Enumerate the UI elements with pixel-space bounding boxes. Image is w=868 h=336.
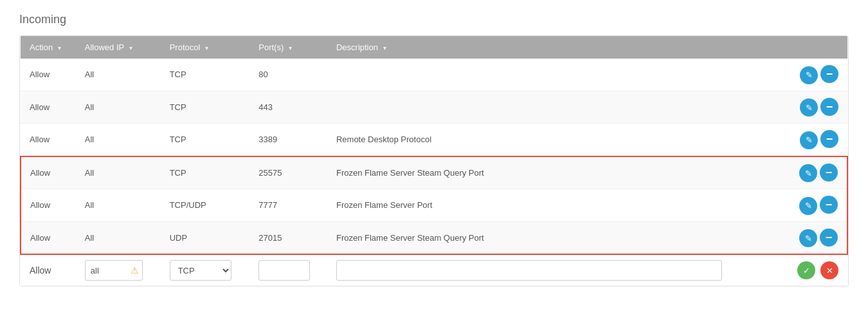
remove-rule-button[interactable]: − [820,163,838,182]
add-protocol-select[interactable]: TCP UDP TCP/UDP [170,260,231,281]
allowed-ip-cell: All [76,189,161,222]
protocol-cell: TCP/UDP [161,189,250,222]
allowed-ip-cell: All [76,156,161,189]
description-cell [327,59,779,91]
sort-protocol-icon: ▾ [205,44,208,51]
add-port-cell [249,254,327,286]
action-cell: Allow [21,59,76,91]
table-row: AllowAllTCP443✎− [21,91,847,124]
edit-rule-button[interactable]: ✎ [800,98,818,117]
add-action-cell: Allow [21,254,76,286]
col-allowed-ip[interactable]: Allowed IP ▾ [76,36,161,59]
confirm-add-button[interactable]: ✓ [797,261,815,279]
edit-rule-button[interactable]: ✎ [800,131,818,149]
ports-cell: 443 [249,91,327,124]
add-port-input[interactable] [258,260,310,281]
table-row: AllowAllTCP3389Remote Desktop Protocol✎− [21,124,847,156]
sort-ports-icon: ▾ [289,44,292,51]
sort-desc-icon: ▾ [383,44,386,51]
action-cell: Allow [21,124,76,156]
table-header: Action ▾ Allowed IP ▾ Protocol ▾ Port(s)… [21,36,847,59]
protocol-cell: TCP [161,59,250,91]
row-actions-cell: ✎− [779,91,847,124]
description-cell [327,91,779,124]
remove-rule-button[interactable]: − [820,229,838,247]
ports-cell: 7777 [249,189,327,222]
add-description-cell [327,254,779,286]
col-actions-header [779,36,847,59]
table-row: AllowAllTCP80✎− [21,59,847,91]
description-cell: Remote Desktop Protocol [327,124,779,156]
section-title: Incoming [19,13,849,26]
row-actions-cell: ✎− [779,59,847,91]
protocol-cell: TCP [161,156,250,189]
row-actions-cell: ✎− [779,221,847,254]
col-ports[interactable]: Port(s) ▾ [249,36,327,59]
protocol-cell: TCP [161,124,250,156]
allowed-ip-cell: All [76,91,161,124]
table-row: AllowAllTCP/UDP7777Frozen Flame Server P… [21,189,847,222]
remove-rule-button[interactable]: − [820,98,838,116]
edit-rule-button[interactable]: ✎ [800,66,818,84]
description-cell: Frozen Flame Server Port [327,189,779,222]
sort-action-icon: ▾ [58,44,61,51]
ports-cell: 80 [249,59,327,91]
allowed-ip-cell: All [76,124,161,156]
col-description[interactable]: Description ▾ [327,36,779,59]
remove-rule-button[interactable]: − [820,65,838,83]
add-action-label: Allow [30,265,51,275]
cancel-add-button[interactable]: ✕ [820,261,838,279]
table-row: AllowAllUDP27015Frozen Flame Server Stea… [21,221,847,254]
action-cell: Allow [21,221,76,254]
description-cell: Frozen Flame Server Steam Query Port [327,221,779,254]
table-body: AllowAllTCP80✎−AllowAllTCP443✎−AllowAllT… [21,59,847,254]
remove-rule-button[interactable]: − [820,196,838,214]
add-ip-cell: ⚠ [76,254,161,286]
row-actions-cell: ✎− [779,156,847,189]
ports-cell: 27015 [249,221,327,254]
add-description-input[interactable] [336,260,722,281]
sort-ip-icon: ▾ [129,44,132,51]
action-cell: Allow [21,91,76,124]
row-actions-cell: ✎− [779,189,847,222]
col-action[interactable]: Action ▾ [21,36,76,59]
col-protocol[interactable]: Protocol ▾ [161,36,250,59]
ports-cell: 25575 [249,156,327,189]
ip-input-wrapper: ⚠ [85,260,143,281]
protocol-cell: UDP [161,221,250,254]
add-row-footer: Allow ⚠ TCP UDP TCP/UDP [21,254,847,286]
remove-rule-button[interactable]: − [820,130,838,148]
warning-icon: ⚠ [131,265,139,275]
ports-cell: 3389 [249,124,327,156]
allowed-ip-cell: All [76,59,161,91]
edit-rule-button[interactable]: ✎ [799,229,817,247]
add-rule-row: Allow ⚠ TCP UDP TCP/UDP [21,254,847,286]
add-protocol-cell: TCP UDP TCP/UDP [161,254,250,286]
action-cell: Allow [21,156,76,189]
row-actions-cell: ✎− [779,124,847,156]
action-cell: Allow [21,189,76,222]
add-row-actions: ✓ ✕ [779,254,847,286]
description-cell: Frozen Flame Server Steam Query Port [327,156,779,189]
edit-rule-button[interactable]: ✎ [799,164,817,182]
edit-rule-button[interactable]: ✎ [799,197,817,215]
protocol-cell: TCP [161,91,250,124]
firewall-table: Action ▾ Allowed IP ▾ Protocol ▾ Port(s)… [19,35,849,286]
table-row: AllowAllTCP25575Frozen Flame Server Stea… [21,156,847,189]
allowed-ip-cell: All [76,221,161,254]
